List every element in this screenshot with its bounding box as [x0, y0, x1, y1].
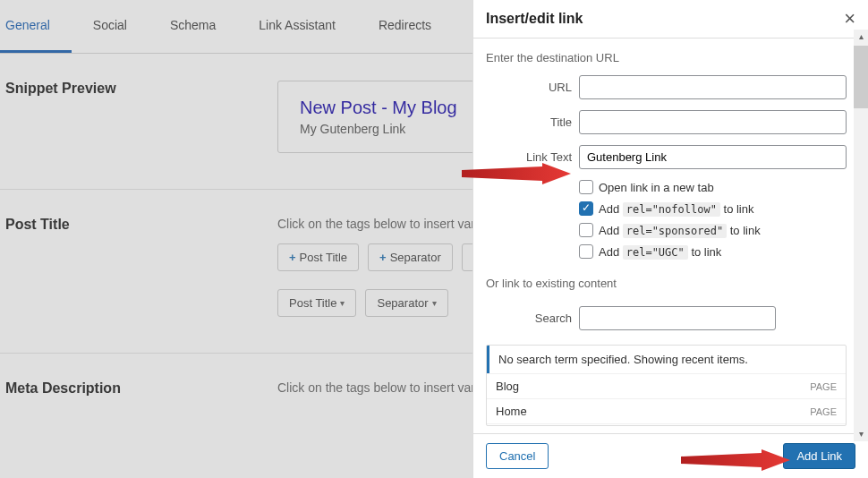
sponsored-label: Add rel="sponsored" to link [599, 224, 761, 237]
title-label: Title [486, 115, 572, 129]
ugc-label: Add rel="UGC" to link [599, 245, 721, 259]
nofollow-checkbox[interactable] [579, 201, 593, 216]
cancel-button[interactable]: Cancel [486, 443, 549, 469]
nofollow-label: Add rel="nofollow" to link [599, 202, 753, 216]
results-scroll[interactable]: BlogPAGE HomePAGE ContactPAGE AboutPAGE … [487, 373, 846, 426]
search-results: No search term specified. Showing recent… [486, 345, 847, 426]
sponsored-checkbox[interactable] [579, 223, 593, 237]
search-label: Search [486, 312, 572, 325]
close-icon[interactable]: × [844, 9, 855, 29]
linktext-label: Link Text [486, 150, 572, 164]
url-label: URL [486, 81, 572, 94]
result-item[interactable]: HomePAGE [487, 398, 846, 423]
destination-hint: Enter the destination URL [486, 51, 847, 64]
url-input[interactable] [579, 75, 847, 99]
result-item[interactable]: ContactPAGE [487, 423, 846, 426]
title-input[interactable] [579, 110, 847, 134]
ugc-checkbox[interactable] [579, 244, 593, 259]
add-link-button[interactable]: Add Link [783, 443, 855, 469]
insert-link-modal: ▴ ▾ Insert/edit link × Enter the destina… [472, 0, 868, 478]
existing-content-hint: Or link to existing content [486, 277, 847, 290]
linktext-input[interactable] [579, 145, 847, 169]
results-header: No search term specified. Showing recent… [487, 346, 846, 373]
search-input[interactable] [579, 306, 776, 330]
result-item[interactable]: BlogPAGE [487, 373, 846, 398]
open-new-tab-checkbox[interactable] [579, 180, 593, 194]
modal-title: Insert/edit link [486, 11, 583, 27]
open-new-tab-label: Open link in a new tab [599, 181, 714, 194]
